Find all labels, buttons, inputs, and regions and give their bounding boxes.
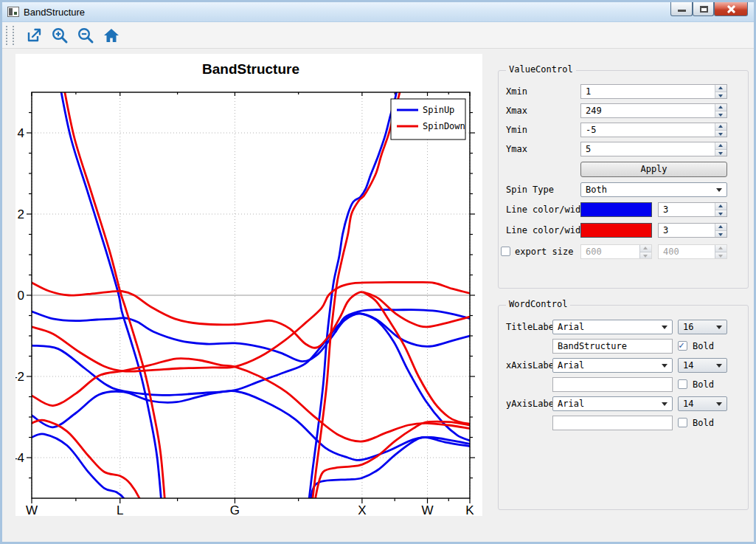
plot-title: BandStructure	[202, 61, 299, 77]
plot-canvas[interactable]: BandStructureWLGXWK-4-2024SpinUpSpinDown	[15, 54, 482, 516]
spin-type-dropdown[interactable]: Both	[580, 182, 727, 197]
chevron-down-icon	[716, 188, 722, 192]
ymin-value[interactable]: -5	[581, 123, 715, 137]
spin-type-label: Spin Type	[506, 182, 554, 197]
export-height-spinbox[interactable]: 400	[658, 244, 727, 259]
toolbar	[2, 22, 754, 49]
title-font-dropdown[interactable]: Arial	[552, 320, 673, 334]
xmax-up-button[interactable]	[715, 104, 726, 111]
title-bold-label: Bold	[693, 339, 714, 354]
xmin-spinbox[interactable]: 1	[580, 84, 727, 99]
toolbar-grip-2[interactable]	[13, 26, 15, 45]
spindown-width-value[interactable]: 3	[659, 224, 715, 237]
xmax-spinbox[interactable]: 249	[580, 103, 727, 118]
toolbar-grip[interactable]	[6, 26, 9, 45]
legend-label: SpinDown	[423, 121, 465, 131]
export-icon[interactable]	[25, 27, 43, 44]
export-width-spinbox[interactable]: 600	[580, 244, 652, 259]
home-icon[interactable]	[103, 27, 120, 44]
title-font-value: Arial	[553, 320, 662, 334]
spinup-width-value[interactable]: 3	[659, 203, 715, 216]
yaxis-bold-checkbox[interactable]	[678, 418, 687, 427]
zoom-in-icon[interactable]	[51, 27, 69, 44]
title-size-dropdown[interactable]: 16	[678, 320, 727, 334]
window-title: BandStructure	[24, 7, 85, 18]
title-bold-checkbox[interactable]	[678, 341, 687, 351]
x-tick-label: X	[358, 503, 366, 516]
spindown-width-spinbox[interactable]: 3	[658, 223, 727, 238]
title-text-value[interactable]: BandStructure	[553, 340, 672, 353]
ymax-label: Ymax	[506, 142, 527, 156]
ymax-down-button[interactable]	[715, 149, 726, 156]
chevron-down-icon	[662, 402, 667, 406]
zoom-out-icon[interactable]	[77, 27, 94, 44]
xaxis-font-dropdown[interactable]: Arial	[552, 358, 673, 373]
line1-color-label: Line color/width	[506, 202, 592, 217]
yaxis-size-value: 14	[679, 397, 716, 410]
xmin-value[interactable]: 1	[581, 85, 715, 98]
maximize-button[interactable]	[693, 2, 714, 16]
export-size-label: export size	[515, 244, 573, 259]
spinup-width-down-button[interactable]	[715, 210, 726, 217]
xmin-down-button[interactable]	[715, 92, 726, 99]
spindown-width-up-button[interactable]	[715, 224, 726, 230]
value-control-label: ValueControl	[506, 64, 576, 75]
x-tick-label: W	[421, 503, 433, 516]
y-tick-label: -4	[15, 451, 24, 465]
spinup-width-up-button[interactable]	[715, 203, 726, 210]
xaxis-text-input[interactable]	[552, 377, 673, 392]
spinup-width-spinbox[interactable]: 3	[658, 202, 727, 217]
close-button[interactable]	[714, 2, 748, 16]
export-height-down-button	[715, 252, 726, 259]
yaxis-font-value: Arial	[553, 397, 662, 410]
xmax-value[interactable]: 249	[581, 104, 715, 117]
xaxis-label: xAxisLabel	[506, 358, 559, 373]
yaxis-size-dropdown[interactable]: 14	[678, 396, 727, 411]
xaxis-size-value: 14	[679, 359, 716, 372]
spinup-color-swatch[interactable]	[580, 202, 652, 217]
ymin-spinbox[interactable]: -5	[580, 123, 727, 137]
y-tick-label: 2	[18, 207, 24, 221]
minimize-button[interactable]	[670, 2, 693, 16]
yaxis-font-dropdown[interactable]: Arial	[552, 396, 673, 411]
spindown-width-down-button[interactable]	[715, 230, 726, 238]
title-size-value: 16	[679, 320, 716, 334]
ymax-value[interactable]: 5	[581, 142, 715, 156]
export-size-checkbox[interactable]	[501, 247, 510, 256]
x-tick-label: K	[465, 503, 474, 516]
xaxis-bold-checkbox[interactable]	[678, 379, 687, 389]
export-height-up-button	[715, 245, 726, 252]
y-tick-label: -2	[15, 370, 24, 384]
bandstructure-chart[interactable]: BandStructureWLGXWK-4-2024SpinUpSpinDown	[15, 54, 482, 516]
spindown-color-swatch[interactable]	[580, 223, 652, 238]
ymax-spinbox[interactable]: 5	[580, 142, 727, 156]
yaxis-text-input[interactable]	[552, 416, 673, 430]
chevron-down-icon	[662, 364, 667, 368]
apply-button[interactable]: Apply	[580, 162, 727, 177]
xaxis-font-value: Arial	[553, 359, 662, 372]
x-tick-label: G	[230, 503, 240, 516]
chevron-down-icon	[716, 326, 722, 329]
export-height-value: 400	[659, 245, 715, 258]
chevron-down-icon	[716, 364, 722, 368]
xaxis-size-dropdown[interactable]: 14	[678, 358, 727, 373]
legend-label: SpinUp	[423, 105, 454, 115]
word-control-group: WordControl TitleLabel Arial 16 BandStru…	[498, 305, 749, 510]
word-control-label: WordControl	[506, 299, 570, 309]
ymin-up-button[interactable]	[715, 123, 726, 130]
export-width-value: 600	[581, 245, 639, 258]
value-control-group: ValueControl Xmin 1 Xmax 249 Ymin -5 Yma…	[498, 70, 749, 289]
export-width-up-button	[640, 245, 651, 252]
title-text-input[interactable]: BandStructure	[552, 339, 673, 354]
spin-type-value: Both	[581, 183, 716, 196]
export-width-down-button	[640, 252, 651, 259]
titlebar[interactable]: BandStructure	[2, 2, 754, 22]
xmin-up-button[interactable]	[715, 85, 726, 92]
title-label: TitleLabel	[506, 320, 559, 334]
xmin-label: Xmin	[506, 84, 527, 99]
xmax-down-button[interactable]	[715, 111, 726, 118]
xmax-label: Xmax	[506, 103, 527, 118]
ymax-up-button[interactable]	[715, 142, 726, 149]
minimize-icon	[678, 10, 686, 12]
ymin-down-button[interactable]	[715, 130, 726, 137]
